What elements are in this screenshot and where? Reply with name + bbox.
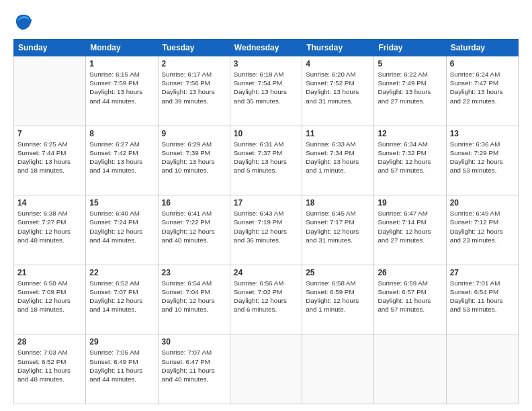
calendar-week-row: 1Sunrise: 6:15 AM Sunset: 7:59 PM Daylig…: [14, 56, 519, 126]
calendar-cell: 1Sunrise: 6:15 AM Sunset: 7:59 PM Daylig…: [86, 56, 158, 126]
day-number: 13: [450, 129, 515, 138]
weekday-header-thursday: Thursday: [302, 40, 374, 56]
day-number: 26: [378, 268, 442, 277]
day-info: Sunrise: 6:17 AM Sunset: 7:56 PM Dayligh…: [162, 70, 226, 105]
day-number: 24: [234, 268, 298, 277]
calendar-cell: 21Sunrise: 6:50 AM Sunset: 7:09 PM Dayli…: [14, 265, 86, 334]
weekday-header-saturday: Saturday: [446, 40, 518, 56]
day-number: 9: [162, 129, 226, 138]
calendar-cell: [302, 334, 374, 404]
day-number: 21: [17, 268, 82, 277]
day-info: Sunrise: 6:29 AM Sunset: 7:39 PM Dayligh…: [162, 140, 226, 175]
weekday-header-monday: Monday: [86, 40, 158, 56]
calendar-cell: 16Sunrise: 6:41 AM Sunset: 7:22 PM Dayli…: [158, 195, 230, 265]
day-number: 10: [234, 129, 298, 138]
day-number: 15: [89, 198, 154, 208]
day-info: Sunrise: 6:15 AM Sunset: 7:59 PM Dayligh…: [89, 70, 154, 105]
calendar-cell: 8Sunrise: 6:27 AM Sunset: 7:42 PM Daylig…: [86, 126, 158, 195]
calendar-cell: 22Sunrise: 6:52 AM Sunset: 7:07 PM Dayli…: [86, 265, 158, 334]
day-info: Sunrise: 6:38 AM Sunset: 7:27 PM Dayligh…: [17, 209, 82, 244]
calendar-cell: 23Sunrise: 6:54 AM Sunset: 7:04 PM Dayli…: [158, 265, 230, 334]
day-info: Sunrise: 7:01 AM Sunset: 6:54 PM Dayligh…: [450, 279, 515, 314]
day-number: 29: [89, 337, 154, 347]
calendar-cell: [14, 56, 86, 126]
day-info: Sunrise: 6:24 AM Sunset: 7:47 PM Dayligh…: [450, 70, 515, 105]
day-number: 25: [306, 268, 370, 277]
calendar-week-row: 28Sunrise: 7:03 AM Sunset: 6:52 PM Dayli…: [14, 334, 519, 404]
day-info: Sunrise: 6:54 AM Sunset: 7:04 PM Dayligh…: [162, 279, 226, 314]
calendar-cell: 26Sunrise: 6:59 AM Sunset: 6:57 PM Dayli…: [374, 265, 446, 334]
day-number: 19: [378, 198, 442, 208]
day-number: 22: [89, 268, 154, 277]
day-number: 11: [306, 129, 370, 138]
day-number: 20: [450, 198, 515, 208]
weekday-header-wednesday: Wednesday: [230, 40, 302, 56]
day-info: Sunrise: 6:33 AM Sunset: 7:34 PM Dayligh…: [306, 140, 370, 175]
day-number: 23: [162, 268, 226, 277]
day-number: 14: [17, 198, 82, 208]
day-info: Sunrise: 6:31 AM Sunset: 7:37 PM Dayligh…: [234, 140, 298, 175]
calendar-cell: 7Sunrise: 6:25 AM Sunset: 7:44 PM Daylig…: [14, 126, 86, 195]
calendar-week-row: 21Sunrise: 6:50 AM Sunset: 7:09 PM Dayli…: [14, 265, 519, 334]
calendar-cell: 4Sunrise: 6:20 AM Sunset: 7:52 PM Daylig…: [302, 56, 374, 126]
day-info: Sunrise: 6:43 AM Sunset: 7:19 PM Dayligh…: [234, 209, 298, 244]
calendar-cell: 2Sunrise: 6:17 AM Sunset: 7:56 PM Daylig…: [158, 56, 230, 126]
calendar-table: SundayMondayTuesdayWednesdayThursdayFrid…: [13, 39, 519, 404]
day-info: Sunrise: 6:36 AM Sunset: 7:29 PM Dayligh…: [450, 140, 515, 175]
day-number: 17: [234, 198, 298, 208]
calendar-cell: 19Sunrise: 6:47 AM Sunset: 7:14 PM Dayli…: [374, 195, 446, 265]
day-number: 27: [450, 268, 515, 277]
calendar-cell: 18Sunrise: 6:45 AM Sunset: 7:17 PM Dayli…: [302, 195, 374, 265]
day-number: 1: [89, 59, 154, 68]
day-number: 2: [162, 59, 226, 68]
calendar-cell: [230, 334, 302, 404]
day-number: 16: [162, 198, 226, 208]
calendar-cell: 30Sunrise: 7:07 AM Sunset: 6:47 PM Dayli…: [158, 334, 230, 404]
day-info: Sunrise: 6:34 AM Sunset: 7:32 PM Dayligh…: [378, 140, 442, 175]
calendar-cell: 17Sunrise: 6:43 AM Sunset: 7:19 PM Dayli…: [230, 195, 302, 265]
day-number: 28: [17, 337, 82, 347]
day-info: Sunrise: 6:45 AM Sunset: 7:17 PM Dayligh…: [306, 209, 370, 244]
calendar-week-row: 7Sunrise: 6:25 AM Sunset: 7:44 PM Daylig…: [14, 126, 519, 195]
calendar-cell: 27Sunrise: 7:01 AM Sunset: 6:54 PM Dayli…: [446, 265, 518, 334]
day-info: Sunrise: 6:47 AM Sunset: 7:14 PM Dayligh…: [378, 209, 442, 244]
weekday-header-friday: Friday: [374, 40, 446, 56]
day-info: Sunrise: 6:41 AM Sunset: 7:22 PM Dayligh…: [162, 209, 226, 244]
day-info: Sunrise: 6:20 AM Sunset: 7:52 PM Dayligh…: [306, 70, 370, 105]
day-info: Sunrise: 6:52 AM Sunset: 7:07 PM Dayligh…: [89, 279, 154, 314]
weekday-header-row: SundayMondayTuesdayWednesdayThursdayFrid…: [14, 40, 519, 56]
day-number: 4: [306, 59, 370, 68]
day-info: Sunrise: 6:58 AM Sunset: 6:59 PM Dayligh…: [306, 279, 370, 314]
day-info: Sunrise: 6:25 AM Sunset: 7:44 PM Dayligh…: [17, 140, 82, 175]
day-info: Sunrise: 6:27 AM Sunset: 7:42 PM Dayligh…: [89, 140, 154, 175]
day-info: Sunrise: 7:03 AM Sunset: 6:52 PM Dayligh…: [17, 348, 82, 383]
day-info: Sunrise: 6:40 AM Sunset: 7:24 PM Dayligh…: [89, 209, 154, 244]
day-info: Sunrise: 7:05 AM Sunset: 6:49 PM Dayligh…: [89, 348, 154, 383]
day-info: Sunrise: 6:49 AM Sunset: 7:12 PM Dayligh…: [450, 209, 515, 244]
calendar-cell: 12Sunrise: 6:34 AM Sunset: 7:32 PM Dayli…: [374, 126, 446, 195]
calendar-cell: 20Sunrise: 6:49 AM Sunset: 7:12 PM Dayli…: [446, 195, 518, 265]
calendar-cell: 24Sunrise: 6:56 AM Sunset: 7:02 PM Dayli…: [230, 265, 302, 334]
day-info: Sunrise: 6:22 AM Sunset: 7:49 PM Dayligh…: [378, 70, 442, 105]
calendar-cell: 28Sunrise: 7:03 AM Sunset: 6:52 PM Dayli…: [14, 334, 86, 404]
day-number: 30: [162, 337, 226, 347]
calendar-cell: 25Sunrise: 6:58 AM Sunset: 6:59 PM Dayli…: [302, 265, 374, 334]
calendar-cell: 9Sunrise: 6:29 AM Sunset: 7:39 PM Daylig…: [158, 126, 230, 195]
calendar-cell: [374, 334, 446, 404]
weekday-header-tuesday: Tuesday: [158, 40, 230, 56]
calendar-cell: 5Sunrise: 6:22 AM Sunset: 7:49 PM Daylig…: [374, 56, 446, 126]
header: [13, 12, 519, 32]
calendar-cell: 11Sunrise: 6:33 AM Sunset: 7:34 PM Dayli…: [302, 126, 374, 195]
day-number: 8: [89, 129, 154, 138]
calendar-cell: 13Sunrise: 6:36 AM Sunset: 7:29 PM Dayli…: [446, 126, 518, 195]
calendar-cell: 6Sunrise: 6:24 AM Sunset: 7:47 PM Daylig…: [446, 56, 518, 126]
day-info: Sunrise: 7:07 AM Sunset: 6:47 PM Dayligh…: [162, 348, 226, 383]
day-info: Sunrise: 6:56 AM Sunset: 7:02 PM Dayligh…: [234, 279, 298, 314]
weekday-header-sunday: Sunday: [14, 40, 86, 56]
day-number: 18: [306, 198, 370, 208]
day-info: Sunrise: 6:18 AM Sunset: 7:54 PM Dayligh…: [234, 70, 298, 105]
calendar-cell: [446, 334, 518, 404]
calendar-cell: 10Sunrise: 6:31 AM Sunset: 7:37 PM Dayli…: [230, 126, 302, 195]
logo-icon: [13, 12, 34, 32]
calendar-week-row: 14Sunrise: 6:38 AM Sunset: 7:27 PM Dayli…: [14, 195, 519, 265]
